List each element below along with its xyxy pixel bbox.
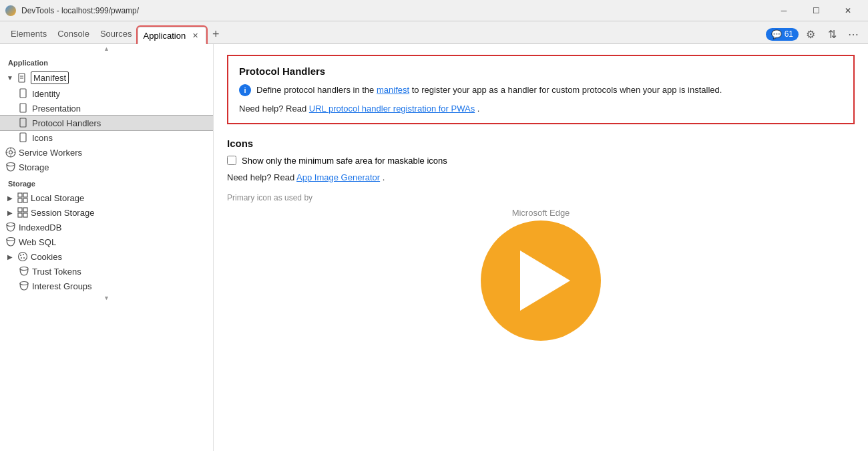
session-storage-expand-icon: ▶ [5, 208, 15, 217]
svg-point-8 [9, 151, 13, 154]
web-sql-db-icon [5, 237, 16, 247]
tab-application: Application ✕ [138, 27, 207, 44]
pwa-help-row: Need help? Read URL protocol handler reg… [239, 104, 843, 114]
sidebar-item-local-storage[interactable]: ▶ Local Storage [0, 190, 213, 205]
icon-preview-container: Microsoft Edge [227, 208, 855, 341]
indexeddb-label: IndexedDB [19, 222, 61, 233]
microsoft-edge-label: Microsoft Edge [512, 208, 570, 218]
icons-section-title: Icons [227, 138, 855, 149]
window-controls: ─ ☐ ✕ [769, 0, 863, 21]
device-toolbar-button[interactable]: ⇅ [823, 25, 841, 43]
maximize-button[interactable]: ☐ [801, 0, 831, 21]
indexeddb-db-icon [5, 222, 16, 233]
titlebar: DevTools - localhost:999/pwamp/ ─ ☐ ✕ [0, 0, 868, 21]
maskable-icons-checkbox[interactable] [227, 156, 236, 165]
protocol-info-row: i Define protocol handlers in the manife… [239, 84, 843, 97]
protocol-handlers-section: Protocol Handlers i Define protocol hand… [227, 55, 855, 124]
interest-groups-label: Interest Groups [32, 281, 92, 291]
expand-arrow-icon: ▼ [5, 73, 15, 83]
cookies-icon [17, 251, 28, 262]
storage-section-label: Storage [0, 174, 213, 190]
scroll-up-arrow[interactable]: ▲ [0, 44, 213, 53]
issues-count: 61 [785, 29, 793, 39]
svg-point-27 [21, 257, 22, 259]
tab-application-label: Application [144, 31, 186, 41]
svg-rect-3 [20, 89, 26, 98]
issues-badge-button[interactable]: 💬 61 [766, 28, 799, 41]
protocol-handlers-file-icon [19, 118, 29, 128]
svg-rect-19 [23, 208, 27, 212]
icons-section: Icons Show only the minimum safe area fo… [227, 138, 855, 341]
presentation-file-icon [19, 103, 29, 114]
sidebar-item-storage-app[interactable]: Storage [0, 160, 213, 174]
sidebar-item-web-sql[interactable]: Web SQL [0, 235, 213, 249]
tab-add-button[interactable]: + [206, 25, 225, 43]
manifest-label: Manifest [31, 71, 69, 84]
info-icon: i [239, 84, 251, 96]
tabbar-right: 💬 61 ⚙ ⇅ ⋯ [766, 25, 868, 43]
local-storage-label: Local Storage [31, 193, 84, 203]
identity-file-icon [19, 88, 29, 99]
sidebar-item-session-storage[interactable]: ▶ Session Storage [0, 205, 213, 220]
pwa-link[interactable]: URL protocol handler registration for PW… [309, 104, 475, 114]
trust-tokens-db-icon [19, 266, 29, 277]
devtools-icon [5, 5, 16, 16]
sidebar-item-interest-groups[interactable]: Interest Groups [0, 279, 213, 293]
sidebar-item-presentation[interactable]: Presentation [0, 101, 213, 116]
svg-point-23 [7, 238, 15, 241]
svg-rect-20 [18, 213, 22, 217]
svg-point-22 [7, 223, 15, 227]
tab-elements[interactable]: Elements [5, 23, 52, 43]
sidebar-item-indexeddb[interactable]: IndexedDB [0, 220, 213, 235]
sidebar-item-service-workers[interactable]: Service Workers [0, 145, 213, 160]
window-title: DevTools - localhost:999/pwamp/ [21, 6, 764, 15]
svg-rect-17 [23, 198, 27, 202]
svg-rect-5 [20, 118, 26, 127]
more-button[interactable]: ⋯ [844, 25, 863, 43]
scroll-down-arrow[interactable]: ▼ [0, 293, 213, 303]
app-image-link[interactable]: App Image Generator [296, 172, 380, 182]
sidebar-item-manifest[interactable]: ▼ Manifest [0, 69, 213, 86]
icons-help-row: Need help? Read App Image Generator . [227, 172, 855, 182]
identity-label: Identity [32, 89, 60, 99]
svg-rect-14 [18, 193, 22, 197]
tab-close-icon[interactable]: ✕ [190, 30, 200, 41]
protocol-info-text: Define protocol handlers in the manifest… [256, 84, 722, 97]
svg-point-24 [19, 253, 27, 261]
svg-point-30 [20, 282, 28, 285]
settings-button[interactable]: ⚙ [801, 25, 820, 43]
storage-db-icon [5, 162, 16, 172]
maskable-icons-label: Show only the minimum safe area for mask… [242, 156, 447, 166]
tab-console[interactable]: Console [52, 23, 95, 43]
local-storage-grid-icon [17, 192, 28, 203]
storage-label: Storage [19, 162, 49, 172]
session-storage-label: Session Storage [31, 208, 94, 218]
close-button[interactable]: ✕ [833, 0, 863, 21]
svg-rect-4 [20, 104, 26, 112]
icons-label: Icons [32, 133, 53, 143]
sidebar-item-protocol-handlers[interactable]: Protocol Handlers [0, 116, 213, 130]
interest-groups-db-icon [19, 281, 29, 291]
manifest-link[interactable]: manifest [377, 85, 409, 95]
app-icon-circle [481, 220, 601, 341]
sidebar-item-trust-tokens[interactable]: Trust Tokens [0, 264, 213, 279]
trust-tokens-label: Trust Tokens [32, 267, 81, 277]
svg-rect-6 [20, 133, 26, 142]
tab-sources[interactable]: Sources [95, 23, 138, 43]
play-triangle-icon [520, 251, 570, 311]
svg-point-26 [23, 254, 24, 255]
minimize-button[interactable]: ─ [769, 0, 799, 21]
primary-icon-label: Primary icon as used by [227, 193, 855, 202]
sidebar-item-cookies[interactable]: ▶ Cookies [0, 249, 213, 264]
sidebar-item-icons[interactable]: Icons [0, 130, 213, 145]
svg-rect-15 [23, 193, 27, 197]
svg-point-25 [20, 255, 21, 256]
main-layout: ▲ Application ▼ Manifest Identity Presen… [0, 44, 868, 451]
service-workers-label: Service Workers [19, 148, 82, 158]
sidebar-item-identity[interactable]: Identity [0, 86, 213, 101]
icons-file-icon [19, 132, 29, 143]
cookies-expand-icon: ▶ [5, 252, 15, 261]
content-area: Protocol Handlers i Define protocol hand… [214, 44, 868, 451]
protocol-handlers-title: Protocol Handlers [239, 65, 843, 77]
maskable-icons-checkbox-row: Show only the minimum safe area for mask… [227, 156, 855, 166]
